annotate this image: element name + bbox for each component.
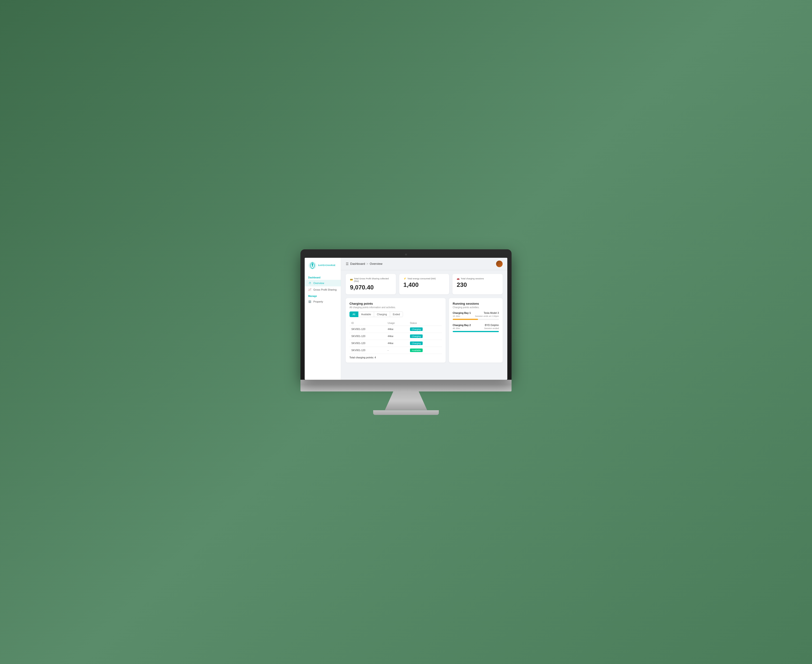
session-header-1: Charging Bay 2BYD Dolphin [453,324,499,327]
sidebar-item-property[interactable]: 🏢 Property [305,298,341,305]
row-0-id: SKV001-120 [350,325,386,333]
stat-icon-sessions: 🚗 [457,277,459,280]
session-info-0: Session ends at 2.00pm [475,315,499,317]
status-badge-3: Available [410,348,423,352]
overview-icon: ⏱ [308,282,311,285]
sidebar-label-property: Property [313,300,323,303]
sessions-panel-subtitle: Charging points activities. [453,306,499,309]
row-0-usage: 44kw [386,325,408,333]
charging-table: ID Usage Status SKV001-12044kwChargingSK… [350,321,442,354]
imac-stand [385,391,427,410]
status-badge-1: Charging [410,334,423,338]
gross-profit-icon: 📈 [308,288,311,291]
sessions-list: Charging Bay 1Tesla Model 31h 30mSession… [453,311,499,332]
row-0-status: Charging [408,325,442,333]
camera-dot [405,254,407,256]
bottom-row: Charging points All charging points info… [346,298,503,363]
stat-icon-gross: 💳 [350,278,353,281]
row-2-id: SKV001-120 [350,340,386,347]
session-item-0: Charging Bay 1Tesla Model 31h 30mSession… [453,311,499,320]
footer-label: Total charging points: [350,356,374,359]
logo-area: SAFEVCHARGE [305,261,341,274]
sidebar-label-gross-profit: Gross Profit Sharing [313,288,337,291]
table-row: SKV001-12044kwCharging [350,325,442,333]
page-content: 💳 Total Gross Profit Sharing collected (… [341,270,507,380]
screen: SAFEVCHARGE Dashboard ⏱ Overview 📈 Gross… [305,258,507,380]
filter-tab-all[interactable]: All [350,311,358,317]
row-3-status: Available [408,347,442,354]
progress-bar-bg-1 [453,331,499,332]
filter-tab-charging[interactable]: Charging [374,311,390,317]
row-3-id: SKV001-120 [350,347,386,354]
session-item-1: Charging Bay 2BYD Dolphin4h 30mSession e… [453,324,499,332]
stat-sessions-label: 🚗 Total charging sessions [457,277,498,280]
filter-tabs: All Available Charging Ended [350,311,442,317]
logo-icon [308,261,317,270]
session-info-1: Session ended [484,327,499,330]
breadcrumb-separator: > [366,262,368,265]
table-row: SKV001-12044kwCharging [350,340,442,347]
stat-gross-profit: 💳 Total Gross Profit Sharing collected (… [346,274,396,295]
menu-icon[interactable]: ☰ [346,262,349,266]
progress-bar-fill-0 [453,319,478,320]
breadcrumb-page: Overview [369,262,382,265]
sessions-panel-title: Running sessions [453,302,499,305]
avatar[interactable] [496,260,503,267]
main-content: ☰ Dashboard > Overview [341,258,507,380]
progress-bar-fill-1 [453,331,499,332]
sidebar: SAFEVCHARGE Dashboard ⏱ Overview 📈 Gross… [305,258,341,380]
row-3-usage: - [386,347,408,354]
stat-gross-profit-value: 9,070.40 [350,284,392,291]
breadcrumb: ☰ Dashboard > Overview [346,262,382,266]
stat-energy-value: 1,400 [404,281,445,288]
sidebar-section-dashboard: Dashboard [305,274,341,280]
col-usage: Usage [386,321,408,326]
charging-panel-subtitle: All charging points information and acti… [350,306,442,309]
sidebar-item-gross-profit[interactable]: 📈 Gross Profit Sharing [305,286,341,293]
footer-value: 4 [374,356,376,359]
filter-tab-available[interactable]: Available [358,311,374,317]
stat-icon-energy: ⚡ [404,277,406,280]
session-header-0: Charging Bay 1Tesla Model 3 [453,311,499,314]
row-1-status: Charging [408,333,442,340]
stats-row: 💳 Total Gross Profit Sharing collected (… [346,274,503,295]
sidebar-item-overview[interactable]: ⏱ Overview [305,280,341,286]
imac-chin [301,380,511,391]
session-meta-1: 4h 30mSession ended [453,327,499,330]
app-container: SAFEVCHARGE Dashboard ⏱ Overview 📈 Gross… [305,258,507,380]
stat-sessions: 🚗 Total charging sessions 230 [452,274,503,295]
col-id: ID [350,321,386,326]
stat-gross-profit-label: 💳 Total Gross Profit Sharing collected (… [350,277,392,282]
session-bay-0: Charging Bay 1 [453,311,471,314]
sidebar-section-manage: Manage [305,293,341,298]
session-duration-1: 4h 30m [453,327,460,330]
table-row: SKV001-120-Available [350,347,442,354]
charging-points-panel: Charging points All charging points info… [346,298,446,363]
stat-sessions-value: 230 [457,281,498,288]
header: ☰ Dashboard > Overview [341,258,507,270]
table-row: SKV001-12044kwCharging [350,333,442,340]
stat-energy-label: ⚡ Total energy consumed (kW) [404,277,445,280]
session-car-0: Tesla Model 3 [483,311,499,314]
session-meta-0: 1h 30mSession ends at 2.00pm [453,315,499,317]
charging-panel-title: Charging points [350,302,442,305]
row-1-id: SKV001-120 [350,333,386,340]
status-badge-0: Charging [410,327,423,331]
progress-bar-bg-0 [453,319,499,320]
sidebar-label-overview: Overview [313,282,324,285]
stat-energy: ⚡ Total energy consumed (kW) 1,400 [399,274,449,295]
filter-tab-ended[interactable]: Ended [390,311,403,317]
breadcrumb-root: Dashboard [350,262,365,265]
property-icon: 🏢 [308,300,311,303]
status-badge-2: Charging [410,342,423,345]
table-footer: Total charging points: 4 [350,356,442,359]
col-status: Status [408,321,442,326]
imac-base [373,410,439,415]
row-2-status: Charging [408,340,442,347]
session-car-1: BYD Dolphin [485,324,499,327]
logo-text: SAFEVCHARGE [318,264,336,267]
row-1-usage: 44kw [386,333,408,340]
session-duration-0: 1h 30m [453,315,460,317]
running-sessions-panel: Running sessions Charging points activit… [449,298,503,363]
session-bay-1: Charging Bay 2 [453,324,471,327]
